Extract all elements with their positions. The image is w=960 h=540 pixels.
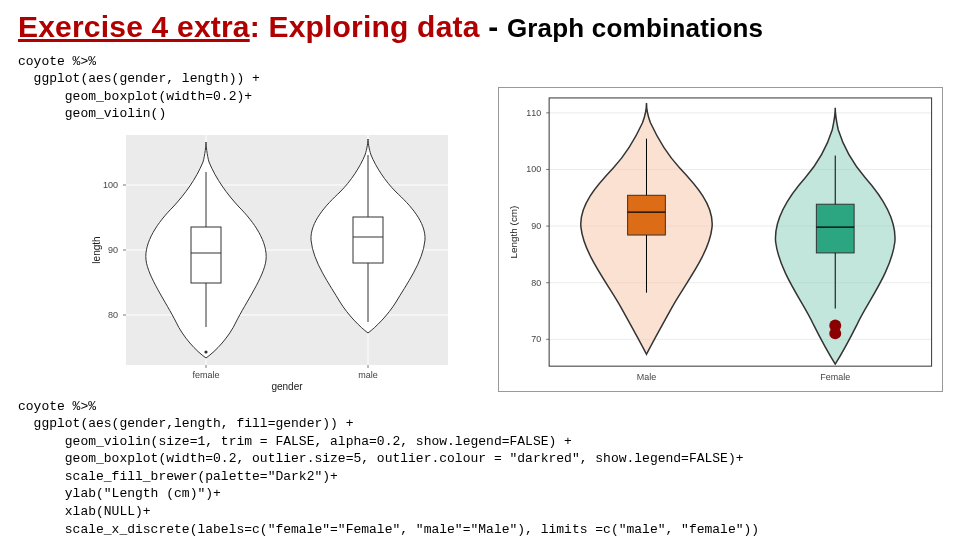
box-female: [816, 204, 854, 253]
xtick-label: Male: [637, 372, 656, 382]
outlier-point: [204, 350, 207, 353]
title-part3: Graph combinations: [507, 13, 763, 43]
ytick-label: 80: [531, 277, 541, 287]
xtick-label: Female: [820, 372, 850, 382]
outlier-point: [829, 327, 841, 339]
title-part1: Exercise 4 extra: [18, 10, 250, 43]
chart-left-svg: 80 90 100 female male length gender: [88, 127, 458, 392]
y-axis-label: Length (cm): [508, 205, 519, 258]
xtick-label: male: [358, 370, 378, 380]
code-block-bottom: coyote %>% ggplot(aes(gender,length, fil…: [18, 398, 942, 538]
x-axis-label: gender: [271, 381, 303, 392]
charts-row: 80 90 100 female male length gender: [18, 127, 942, 392]
chart-right-svg: 70 80 90 100 110 Male Female Length (cm): [499, 88, 942, 391]
ytick-label: 110: [526, 108, 541, 118]
y-axis-label: length: [91, 236, 102, 263]
box-male: [353, 217, 383, 263]
chart-left: 80 90 100 female male length gender: [88, 127, 458, 392]
xtick-label: female: [192, 370, 219, 380]
ytick-label: 100: [526, 164, 541, 174]
chart-right: 70 80 90 100 110 Male Female Length (cm): [498, 87, 943, 392]
title-part2: : Exploring data: [250, 10, 488, 43]
ytick-label: 80: [108, 310, 118, 320]
slide-title: Exercise 4 extra: Exploring data - Graph…: [18, 10, 942, 45]
ytick-label: 90: [108, 245, 118, 255]
slide: Exercise 4 extra: Exploring data - Graph…: [0, 0, 960, 540]
box-female: [191, 227, 221, 283]
ytick-label: 70: [531, 334, 541, 344]
ytick-label: 100: [103, 180, 118, 190]
ytick-label: 90: [531, 221, 541, 231]
title-dash: -: [488, 10, 507, 43]
box-male: [628, 195, 666, 235]
